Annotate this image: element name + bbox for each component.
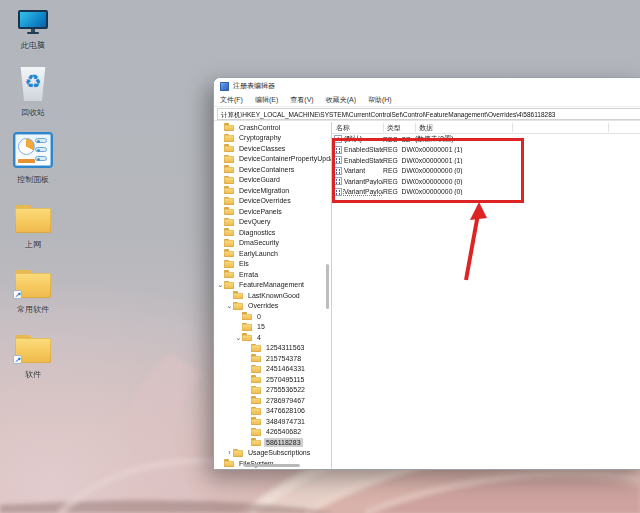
tree-item-4[interactable]: ⌄4 xyxy=(214,332,331,343)
window-title: 注册表编辑器 xyxy=(233,81,275,91)
menu-item-0[interactable]: 文件(F) xyxy=(219,95,244,105)
column-header-2[interactable]: 数据 xyxy=(415,123,640,133)
chevron-expanded-icon[interactable]: ⌄ xyxy=(235,334,242,341)
tree-folder-icon xyxy=(251,354,261,362)
tree-item-586118283[interactable]: 586118283 xyxy=(214,437,331,448)
value-name-cell: VariantPayload... xyxy=(332,188,383,196)
desktop-icon-label: 软件 xyxy=(2,370,64,379)
desktop-icon-control-panel[interactable]: 控制面板 xyxy=(2,132,64,184)
tree-item-label: 2570495115 xyxy=(264,375,306,384)
chevron-collapsed-icon[interactable]: › xyxy=(226,449,233,456)
tree-item-DeviceContainerPropertyUpda[interactable]: DeviceContainerPropertyUpda xyxy=(214,154,331,165)
tree-item-2786979467[interactable]: 2786979467 xyxy=(214,395,331,406)
tree-item-label: 2451464331 xyxy=(264,364,307,373)
desktop-icon-label: 回收站 xyxy=(2,108,64,117)
tree-item-CrashControl[interactable]: CrashControl xyxy=(214,122,331,133)
tree-folder-icon xyxy=(233,302,243,310)
tree-item-FeatureManagement[interactable]: ⌄FeatureManagement xyxy=(214,280,331,291)
tree-folder-icon xyxy=(224,165,234,173)
column-separator[interactable] xyxy=(608,123,609,132)
tree-item-DevicePanels[interactable]: DevicePanels xyxy=(214,206,331,217)
desktop-icon-recycle-bin[interactable]: ♻回收站 xyxy=(2,67,64,117)
tree-item-15[interactable]: 15 xyxy=(214,322,331,333)
tree-item-3476628106[interactable]: 3476628106 xyxy=(214,406,331,417)
tree-item-3484974731[interactable]: 3484974731 xyxy=(214,416,331,427)
tree-item-DevQuery[interactable]: DevQuery xyxy=(214,217,331,228)
desktop-icon-this-pc[interactable]: 此电脑 xyxy=(2,10,64,50)
menu-item-1[interactable]: 编辑(E) xyxy=(254,95,279,105)
tree-item-2570495115[interactable]: 2570495115 xyxy=(214,374,331,385)
tree-item-DeviceOverrides[interactable]: DeviceOverrides xyxy=(214,196,331,207)
tree-item-DeviceClasses[interactable]: DeviceClasses xyxy=(214,143,331,154)
tree-item-DeviceMigration[interactable]: DeviceMigration xyxy=(214,185,331,196)
tree-item-1254311563[interactable]: 1254311563 xyxy=(214,343,331,354)
tree-folder-icon xyxy=(224,207,234,215)
tree-item-Errata[interactable]: Errata xyxy=(214,269,331,280)
value-row-EnabledStateO[interactable]: EnabledStateO...REG_DWORD0x00000001 (1) xyxy=(332,155,640,166)
chevron-expanded-icon[interactable]: ⌄ xyxy=(226,302,233,309)
tree-folder-icon xyxy=(224,197,234,205)
value-row-VariantPayload[interactable]: VariantPayloadREG_DWORD0x00000000 (0) xyxy=(332,176,640,187)
address-input[interactable]: 计算机\HKEY_LOCAL_MACHINE\SYSTEM\CurrentCon… xyxy=(217,108,640,120)
registry-tree-pane: CrashControlCryptographyDeviceClassesDev… xyxy=(214,122,332,469)
tree-item-DeviceContainers[interactable]: DeviceContainers xyxy=(214,164,331,175)
tree-folder-icon xyxy=(242,323,252,331)
tree-item-label: 1254311563 xyxy=(264,343,306,352)
desktop-icon-label: 控制面板 xyxy=(2,175,64,184)
tree-folder-icon xyxy=(251,344,261,352)
tree-item-0[interactable]: 0 xyxy=(214,311,331,322)
tree-item-label: 3476628106 xyxy=(264,406,307,415)
value-type-cell: REG_DWORD xyxy=(383,146,415,153)
value-data-cell: 0x00000000 (0) xyxy=(415,178,640,185)
tree-folder-icon xyxy=(251,365,261,373)
value-row-VariantPayload[interactable]: VariantPayload...REG_DWORD0x00000000 (0) xyxy=(332,187,640,198)
desktop-icon-label: 此电脑 xyxy=(2,41,64,50)
desktop-icon-folder-tools[interactable]: ↗常用软件 xyxy=(2,270,64,314)
tree-vertical-scrollbar-thumb[interactable] xyxy=(326,264,329,309)
tree-item-215754378[interactable]: 215754378 xyxy=(214,353,331,364)
tree-item-Cryptography[interactable]: Cryptography xyxy=(214,133,331,144)
tree-item-label: DeviceMigration xyxy=(237,186,291,195)
tree-item-Els[interactable]: Els xyxy=(214,259,331,270)
column-separator[interactable] xyxy=(383,123,384,132)
tree-item-label: DeviceContainers xyxy=(237,165,296,174)
column-header-0[interactable]: 名称 xyxy=(332,123,383,133)
value-type-cell: REG_SZ xyxy=(383,136,415,143)
tree-item-DmaSecurity[interactable]: DmaSecurity xyxy=(214,238,331,249)
column-separator[interactable] xyxy=(415,123,416,132)
menu-item-2[interactable]: 查看(V) xyxy=(289,95,314,105)
column-header-1[interactable]: 类型 xyxy=(383,123,415,133)
tree-folder-icon xyxy=(251,428,261,436)
tree-item-Overrides[interactable]: ⌄Overrides xyxy=(214,301,331,312)
tree-item-LastKnownGood[interactable]: LastKnownGood xyxy=(214,290,331,301)
value-row-EnabledState[interactable]: EnabledStateREG_DWORD0x00000001 (1) xyxy=(332,145,640,156)
tree-item-label: DmaSecurity xyxy=(237,238,281,247)
desktop-icon-folder-soft[interactable]: ↗软件 xyxy=(2,335,64,379)
value-name-cell: ab(默认) xyxy=(332,134,383,144)
desktop-icon-folder-net[interactable]: 上网 xyxy=(2,205,64,249)
tree-item-label: Els xyxy=(237,259,251,268)
value-row-Variant[interactable]: VariantREG_DWORD0x00000000 (0) xyxy=(332,166,640,177)
tree-item-DeviceGuard[interactable]: DeviceGuard xyxy=(214,175,331,186)
tree-item-label: Cryptography xyxy=(237,133,283,142)
value-name: Variant xyxy=(344,167,365,174)
tree-item-label: DevQuery xyxy=(237,217,273,226)
value-name: VariantPayload... xyxy=(344,188,383,195)
value-row-[interactable]: ab(默认)REG_SZ(数值未设置) xyxy=(332,134,640,145)
title-bar[interactable]: 注册表编辑器 xyxy=(214,78,640,94)
chevron-expanded-icon[interactable]: ⌄ xyxy=(217,281,224,288)
tree-folder-icon xyxy=(251,438,261,446)
tree-item-2755536522[interactable]: 2755536522 xyxy=(214,385,331,396)
tree-folder-icon xyxy=(251,407,261,415)
tree-horizontal-scrollbar-thumb[interactable] xyxy=(244,464,300,467)
tree-item-Diagnostics[interactable]: Diagnostics xyxy=(214,227,331,238)
tree-item-UsageSubscriptions[interactable]: ›UsageSubscriptions xyxy=(214,448,331,459)
menu-item-4[interactable]: 帮助(H) xyxy=(367,95,393,105)
menu-item-3[interactable]: 收藏夹(A) xyxy=(325,95,357,105)
tree-item-426540682[interactable]: 426540682 xyxy=(214,427,331,438)
tree-item-EarlyLaunch[interactable]: EarlyLaunch xyxy=(214,248,331,259)
tree-item-2451464331[interactable]: 2451464331 xyxy=(214,364,331,375)
tree-folder-icon xyxy=(224,270,234,278)
value-name-cell: EnabledStateO... xyxy=(332,156,383,164)
column-separator[interactable] xyxy=(512,123,513,132)
